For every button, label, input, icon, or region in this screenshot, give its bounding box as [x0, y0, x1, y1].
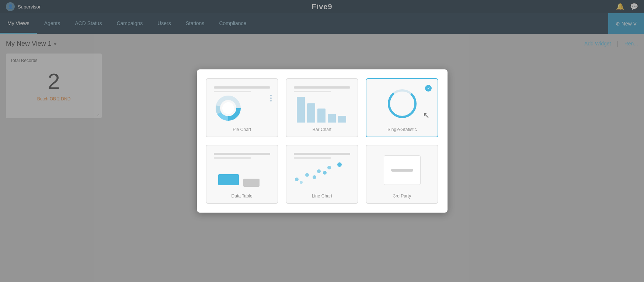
- svg-point-6: [389, 90, 415, 117]
- widget-option-bar-chart[interactable]: Bar Chart: [286, 78, 358, 137]
- widget-option-pie-chart[interactable]: Pie Chart: [206, 78, 278, 137]
- data-table-preview: [211, 150, 273, 190]
- svg-point-12: [323, 171, 327, 175]
- bar-chart-preview: [291, 83, 353, 124]
- svg-point-8: [305, 173, 309, 177]
- selected-check-icon: ✓: [425, 85, 432, 92]
- 3rd-party-preview: [371, 150, 433, 190]
- single-statistic-label: Single-Statistic: [371, 127, 433, 132]
- bar-chart-label: Bar Chart: [291, 127, 353, 132]
- single-statistic-preview: ✓ ↖: [371, 83, 433, 124]
- pie-chart-label: Pie Chart: [211, 127, 273, 132]
- svg-point-11: [313, 175, 316, 179]
- widget-option-3rd-party[interactable]: 3rd Party: [366, 145, 438, 204]
- widget-type-modal: Pie Chart: [197, 69, 448, 213]
- svg-point-13: [337, 162, 342, 167]
- svg-point-14: [300, 181, 303, 184]
- data-table-label: Data Table: [211, 193, 273, 199]
- line-chart-preview: [291, 150, 353, 190]
- widget-option-line-chart[interactable]: Line Chart: [286, 145, 358, 204]
- svg-point-9: [317, 169, 321, 173]
- modal-overlay[interactable]: Pie Chart: [0, 0, 644, 282]
- svg-point-10: [327, 166, 331, 169]
- widget-option-data-table[interactable]: Data Table: [206, 145, 278, 204]
- widget-options-grid: Pie Chart: [206, 78, 439, 204]
- svg-point-4: [222, 102, 234, 114]
- widget-option-single-statistic[interactable]: ✓ ↖ Single-Statistic: [366, 78, 438, 137]
- svg-point-7: [295, 178, 299, 181]
- 3rd-party-label: 3rd Party: [371, 193, 433, 199]
- pie-chart-preview: [211, 83, 273, 124]
- line-chart-label: Line Chart: [291, 193, 353, 199]
